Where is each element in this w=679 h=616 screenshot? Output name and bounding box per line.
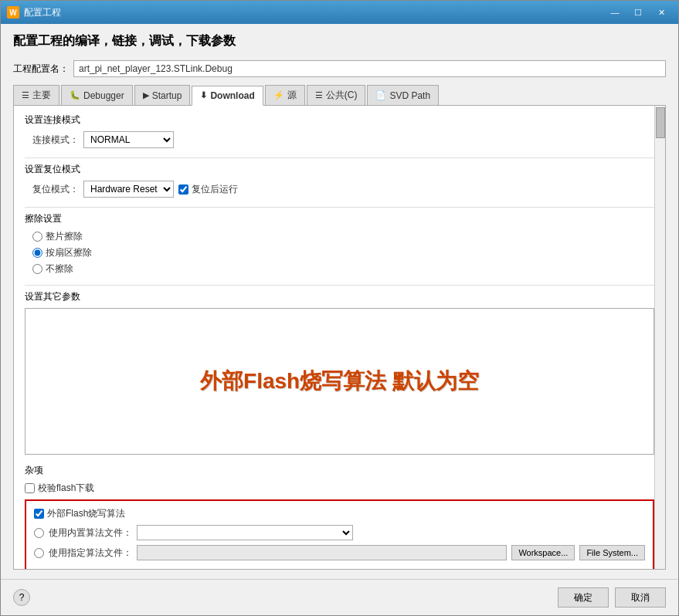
misc-section: 杂项 校验flash下载 外部Flash烧写算法 xyxy=(25,464,654,569)
erase-section: 擦除设置 整片擦除 按扇区擦除 xyxy=(25,212,654,276)
flash-algo-header-row: 外部Flash烧写算法 xyxy=(34,507,645,520)
tabs-bar: ☰ 主要 🐛 Debugger ▶ Startup ⬇ Download ⚡ 源… xyxy=(13,85,666,106)
divider-2 xyxy=(25,207,654,208)
specified-algo-radio[interactable] xyxy=(34,548,44,558)
flash-algo-checkbox[interactable] xyxy=(34,509,44,519)
builtin-algo-radio[interactable] xyxy=(34,528,44,538)
tab-source-label: 源 xyxy=(287,89,297,102)
reset-mode-content: 复位模式： Hardware Reset Software Reset Core… xyxy=(25,181,654,198)
connection-mode-label: 连接模式： xyxy=(32,134,79,147)
panel-inner: 设置连接模式 连接模式： NORMAL HOTPLUG UNDER RESET xyxy=(14,106,665,569)
help-button[interactable]: ? xyxy=(13,589,30,606)
window-controls: — ☐ ✕ xyxy=(604,5,672,20)
verify-flash-checkbox[interactable] xyxy=(25,483,35,493)
params-box: 外部Flash烧写算法 默认为空 xyxy=(25,308,654,455)
footer: ? 确定 取消 xyxy=(1,579,678,615)
tab-main[interactable]: ☰ 主要 xyxy=(13,85,59,105)
erase-content: 整片擦除 按扇区擦除 不擦除 xyxy=(25,230,654,276)
erase-none-text: 不擦除 xyxy=(46,262,73,276)
flash-algo-checkbox-label[interactable]: 外部Flash烧写算法 xyxy=(34,507,125,520)
reset-mode-select[interactable]: Hardware Reset Software Reset Core Reset xyxy=(83,181,174,198)
source-tab-icon: ⚡ xyxy=(273,90,284,100)
erase-sector-text: 按扇区擦除 xyxy=(46,246,92,259)
params-watermark: 外部Flash烧写算法 默认为空 xyxy=(200,367,479,396)
scrollbar-thumb[interactable] xyxy=(656,107,665,138)
tab-startup-label: Startup xyxy=(152,90,182,101)
window-title: 配置工程 xyxy=(24,6,604,19)
erase-none-label[interactable]: 不擦除 xyxy=(32,262,654,276)
confirm-button[interactable]: 确定 xyxy=(558,587,609,608)
minimize-button[interactable]: — xyxy=(604,5,626,20)
builtin-radio-label[interactable] xyxy=(34,528,44,538)
flash-algo-box: 外部Flash烧写算法 使用内置算法文件： xyxy=(25,499,654,569)
tab-common-label: 公共(C) xyxy=(326,89,358,102)
main-panel: 设置连接模式 连接模式： NORMAL HOTPLUG UNDER RESET xyxy=(13,106,666,570)
workspace-button[interactable]: Workspace... xyxy=(511,545,575,560)
specified-radio-label[interactable] xyxy=(34,548,44,558)
erase-all-text: 整片擦除 xyxy=(46,230,83,243)
verify-flash-label[interactable]: 校验flash下载 xyxy=(25,482,654,495)
tab-svd-label: SVD Path xyxy=(389,90,430,101)
erase-sector-label[interactable]: 按扇区擦除 xyxy=(32,246,654,259)
specified-algo-input[interactable] xyxy=(137,545,507,560)
reset-mode-label: 复位模式： xyxy=(32,183,79,196)
project-config-row: 工程配置名： xyxy=(13,60,666,77)
tab-common[interactable]: ☰ 公共(C) xyxy=(307,85,366,105)
startup-tab-icon: ▶ xyxy=(143,90,149,100)
reset-run-checkbox-label[interactable]: 复位后运行 xyxy=(178,183,238,196)
erase-all-radio[interactable] xyxy=(32,232,42,242)
title-bar: W 配置工程 — ☐ ✕ xyxy=(1,1,678,24)
common-tab-icon: ☰ xyxy=(315,90,323,100)
tab-download-label: Download xyxy=(210,90,254,101)
erase-none-radio[interactable] xyxy=(32,264,42,274)
erase-title: 擦除设置 xyxy=(25,212,654,225)
connection-mode-title: 设置连接模式 xyxy=(25,113,654,127)
tab-svd[interactable]: 📄 SVD Path xyxy=(367,85,439,105)
builtin-algo-select[interactable] xyxy=(137,525,353,540)
erase-sector-radio[interactable] xyxy=(32,248,42,258)
tab-debugger-label: Debugger xyxy=(83,90,124,101)
connection-mode-row: 连接模式： NORMAL HOTPLUG UNDER RESET xyxy=(32,131,654,148)
reset-mode-section: 设置复位模式 复位模式： Hardware Reset Software Res… xyxy=(25,163,654,198)
close-button[interactable]: ✕ xyxy=(650,5,672,20)
flash-algo-text: 外部Flash烧写算法 xyxy=(47,507,125,520)
verify-flash-text: 校验flash下载 xyxy=(38,482,94,495)
maximize-button[interactable]: ☐ xyxy=(627,5,649,20)
other-params-title: 设置其它参数 xyxy=(25,290,654,303)
tab-main-label: 主要 xyxy=(32,89,51,102)
builtin-algo-row: 使用内置算法文件： xyxy=(34,525,645,540)
specified-algo-label: 使用指定算法文件： xyxy=(49,547,132,560)
page-title: 配置工程的编译，链接，调试，下载参数 xyxy=(13,33,666,49)
project-config-input[interactable] xyxy=(73,60,666,77)
tab-debugger[interactable]: 🐛 Debugger xyxy=(61,85,133,105)
erase-all-label[interactable]: 整片擦除 xyxy=(32,230,654,243)
reset-run-label: 复位后运行 xyxy=(192,183,238,196)
misc-title: 杂项 xyxy=(25,464,654,477)
tab-source[interactable]: ⚡ 源 xyxy=(265,85,305,105)
reset-run-checkbox[interactable] xyxy=(178,184,188,195)
scrollbar-track[interactable] xyxy=(654,106,665,569)
builtin-algo-label: 使用内置算法文件： xyxy=(49,526,132,540)
divider-1 xyxy=(25,157,654,158)
tab-startup[interactable]: ▶ Startup xyxy=(134,85,191,105)
divider-3 xyxy=(25,285,654,286)
cancel-button[interactable]: 取消 xyxy=(615,587,666,608)
specified-algo-row: 使用指定算法文件： Workspace... File System... xyxy=(34,545,645,560)
download-tab-icon: ⬇ xyxy=(200,90,207,100)
filesystem-button[interactable]: File System... xyxy=(579,545,645,560)
window-content: 配置工程的编译，链接，调试，下载参数 工程配置名： ☰ 主要 🐛 Debugge… xyxy=(1,24,678,579)
main-window: W 配置工程 — ☐ ✕ 配置工程的编译，链接，调试，下载参数 工程配置名： ☰… xyxy=(0,0,679,616)
connection-mode-content: 连接模式： NORMAL HOTPLUG UNDER RESET xyxy=(25,131,654,148)
other-params-section: 设置其它参数 外部Flash烧写算法 默认为空 xyxy=(25,290,654,455)
debugger-tab-icon: 🐛 xyxy=(70,90,80,100)
main-tab-icon: ☰ xyxy=(22,90,29,100)
svd-tab-icon: 📄 xyxy=(375,90,386,100)
reset-mode-row: 复位模式： Hardware Reset Software Reset Core… xyxy=(32,181,654,198)
connection-mode-select[interactable]: NORMAL HOTPLUG UNDER RESET xyxy=(83,131,174,148)
tab-download[interactable]: ⬇ Download xyxy=(192,86,263,106)
project-config-label: 工程配置名： xyxy=(13,63,69,76)
window-icon: W xyxy=(7,6,19,19)
connection-mode-section: 设置连接模式 连接模式： NORMAL HOTPLUG UNDER RESET xyxy=(25,113,654,148)
erase-radio-group: 整片擦除 按扇区擦除 不擦除 xyxy=(32,230,654,276)
reset-mode-title: 设置复位模式 xyxy=(25,163,654,176)
